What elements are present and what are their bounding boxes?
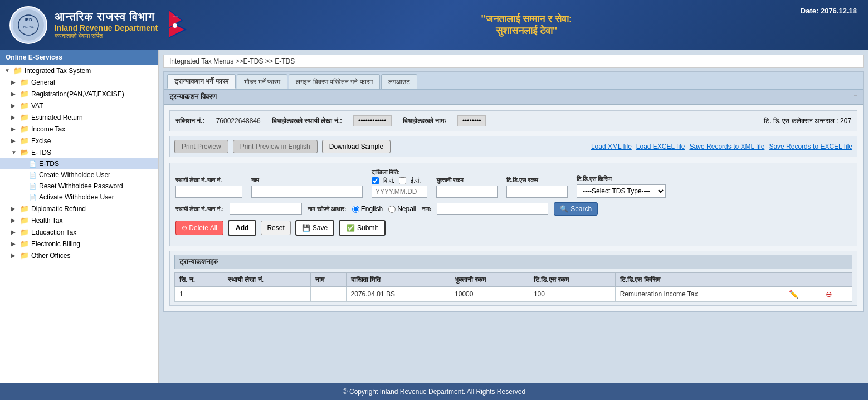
delete-all-button[interactable]: ⊖ Delete All — [175, 221, 223, 235]
folder-icon: 📁 — [13, 66, 22, 75]
sidebar-item-label: Health Tax — [31, 217, 62, 225]
folder-icon: 📁 — [20, 251, 29, 260]
sidebar-item-education-tax[interactable]: ▶ 📁 Educaction Tax — [0, 226, 158, 238]
name-group: नाम — [251, 177, 363, 198]
nepali-radio[interactable] — [388, 206, 396, 213]
col-sn: सि. न. — [175, 273, 223, 287]
cell-delete[interactable]: ⊖ — [821, 287, 852, 302]
folder-icon: 📁 — [20, 78, 29, 86]
sidebar-item-reset-password[interactable]: 📄 Reset Withholdee Password — [0, 181, 158, 192]
ad-checkbox[interactable] — [399, 177, 406, 184]
cell-edit[interactable]: ✏️ — [784, 287, 821, 302]
load-excel-button[interactable]: Load EXCEL file — [636, 143, 685, 150]
row-delete-icon[interactable]: ⊖ — [826, 290, 832, 299]
col-name: नाम — [310, 273, 346, 287]
sidebar-item-excise[interactable]: ▶ 📁 Excise — [0, 135, 158, 147]
file-icon: 📄 — [29, 183, 37, 190]
col-payment: भुक्तानी रकम — [450, 273, 529, 287]
search-button[interactable]: 🔍 Search — [554, 202, 598, 216]
pan-input[interactable] — [175, 186, 242, 198]
sidebar-item-label: Estimated Return — [31, 114, 83, 121]
bs-label: वि.सं. — [383, 177, 394, 184]
print-preview-english-button[interactable]: Print Preview in English — [233, 140, 318, 153]
sidebar-item-integrated-tax[interactable]: ▼ 📁 Integrated Tax System — [0, 65, 158, 76]
english-radio[interactable] — [352, 206, 359, 213]
sidebar-item-create-withholdee[interactable]: 📄 Create Withholdee User — [0, 169, 158, 181]
sidebar-item-health-tax[interactable]: ▶ 📁 Health Tax — [0, 214, 158, 226]
sidebar-item-general[interactable]: ▶ 📁 General — [0, 76, 158, 88]
date-input[interactable] — [372, 186, 427, 198]
tab-voucher-form[interactable]: भौचर भर्ने फारम — [237, 74, 288, 89]
save-icon: 💾 — [302, 224, 310, 232]
payment-input[interactable] — [436, 186, 498, 198]
tab-login-info-form[interactable]: लगइन विवरण परिवेतन गने फारम — [289, 74, 379, 89]
cell-pan — [223, 287, 311, 302]
cell-tds-type: Remuneration Income Tax — [615, 287, 784, 302]
sidebar-item-electronic-billing[interactable]: ▶ 📁 Electronic Billing — [0, 238, 158, 250]
reset-button[interactable]: Reset — [261, 221, 290, 235]
expand-icon: ▶ — [11, 206, 18, 212]
folder-icon: 📁 — [20, 240, 29, 248]
folder-icon: 📁 — [20, 216, 29, 225]
submit-button[interactable]: ✅ Submit — [339, 220, 386, 236]
search-pan-input[interactable] — [230, 203, 302, 215]
crud-row: ⊖ Delete All Add Reset 💾 Save ✅ Submit — [175, 220, 851, 236]
sidebar-item-vat[interactable]: ▶ 📁 VAT — [0, 100, 158, 111]
breadcrumb: Integrated Tax Menus >>E-TDS >> E-TDS — [163, 55, 864, 68]
sidebar-item-e-tds[interactable]: ▼ 📂 E-TDS — [0, 147, 158, 158]
name-input[interactable] — [251, 186, 363, 198]
sidebar-item-other-offices[interactable]: ▶ 📁 Other Offices — [0, 250, 158, 261]
sidebar-item-estimated-return[interactable]: ▶ 📁 Estimated Return — [0, 111, 158, 123]
name-search-basis-label: नाम खोज्ने आधार: — [308, 206, 347, 213]
input-section: स्थायी लेखा नं./पान नं. नाम दाखिला मिति:… — [169, 163, 857, 246]
sidebar-item-label: Income Tax — [31, 125, 65, 133]
sidebar-item-label: Registration(PAN,VAT,EXCISE) — [31, 90, 124, 98]
delete-all-icon: ⊖ — [182, 224, 187, 232]
file-icon: 📄 — [29, 160, 37, 168]
header-date: Date: 2076.12.18 — [801, 7, 857, 15]
form-container: ट्रान्याकशन भर्ने फारम भौचर भर्ने फारम ल… — [163, 71, 864, 312]
sidebar-item-label: Other Offices — [31, 252, 70, 260]
tds-amount-input[interactable] — [506, 186, 568, 198]
tab-logout[interactable]: लगआउट — [381, 74, 417, 89]
english-radio-label: English — [352, 205, 383, 213]
sidebar-item-registration[interactable]: ▶ 📁 Registration(PAN,VAT,EXCISE) — [0, 88, 158, 100]
add-button[interactable]: Add — [228, 220, 256, 236]
cell-sn: 1 — [175, 287, 223, 302]
expand-icon — [20, 172, 27, 178]
folder-icon: 📁 — [20, 204, 29, 213]
tds-type-select[interactable]: ----Select TDS Type---- — [577, 184, 666, 198]
payment-label: भुक्तानी रकम — [436, 177, 498, 184]
print-preview-button[interactable]: Print Preview — [174, 140, 228, 153]
save-button[interactable]: 💾 Save — [295, 220, 334, 236]
search-pan-label: स्थायी लेखा नं./पान नं.: — [175, 206, 224, 213]
col-delete — [821, 273, 852, 287]
sidebar-item-label: Create Withholdee User — [39, 171, 110, 179]
sidebar-item-income-tax[interactable]: ▶ 📁 Income Tax — [0, 123, 158, 135]
name-label: विथहोल्डरको नामः — [403, 117, 446, 125]
save-xml-button[interactable]: Save Records to XML file — [689, 143, 764, 150]
folder-icon: 📁 — [20, 113, 29, 121]
folder-icon: 📁 — [20, 90, 29, 98]
load-xml-button[interactable]: Load XML file — [591, 143, 632, 150]
pan-value: •••••••••••• — [353, 115, 391, 126]
tab-transaction-form[interactable]: ट्रान्याकशन भर्ने फारम — [167, 74, 236, 89]
sidebar-item-activate-user[interactable]: 📄 Activate Withholdee User — [0, 192, 158, 203]
name-label: नामः — [422, 206, 431, 213]
edit-icon[interactable]: ✏️ — [789, 290, 798, 299]
sidebar-item-label: Diplomatic Refund — [31, 205, 86, 213]
subscription-label: सब्मिशन नं.: — [175, 117, 205, 125]
tab-bar: ट्रान्याकशन भर्ने फारम भौचर भर्ने फारम ल… — [164, 72, 863, 90]
svg-text:NEPAL: NEPAL — [23, 25, 34, 28]
sidebar-item-diplomatic-refund[interactable]: ▶ 📁 Diplomatic Refund — [0, 203, 158, 214]
expand-icon: ▼ — [11, 149, 18, 155]
bs-checkbox[interactable] — [372, 177, 379, 184]
sidebar-header: Online E-Services — [0, 50, 158, 65]
form-content: सब्मिशन नं.: 760022648846 विथहोल्डरको स्… — [164, 105, 863, 311]
pan-label: विथहोल्डरको स्थायी लेखा नं.: — [272, 117, 342, 125]
download-sample-button[interactable]: Download Sample — [322, 140, 391, 153]
sidebar-item-e-tds-link[interactable]: 📄 E-TDS — [0, 158, 158, 169]
save-excel-button[interactable]: Save Records to EXCEL file — [769, 143, 852, 150]
footer-text: © Copyright Inland Revenue Department. A… — [343, 388, 525, 396]
name-search-input[interactable] — [437, 203, 548, 215]
